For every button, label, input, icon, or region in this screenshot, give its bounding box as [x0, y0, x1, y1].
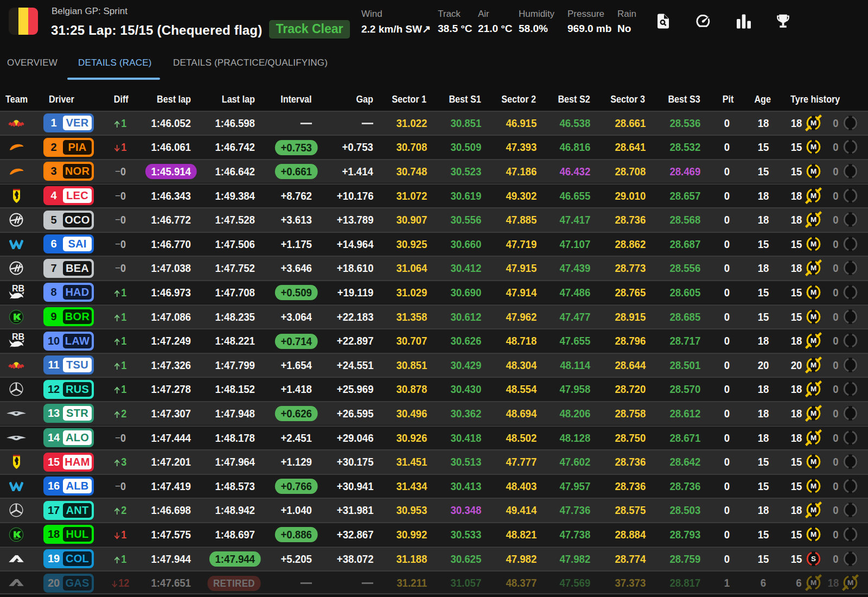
svg-text:M: M [810, 336, 816, 345]
svg-text:M: M [810, 313, 816, 321]
svg-text:M: M [810, 506, 816, 515]
svg-text:M: M [810, 482, 816, 490]
svg-text:M: M [810, 409, 816, 417]
svg-text:M: M [810, 240, 816, 248]
svg-text:M: M [847, 579, 853, 587]
svg-text:M: M [810, 167, 816, 175]
svg-text:RB: RB [12, 332, 24, 341]
svg-text:M: M [810, 143, 816, 151]
svg-text:M: M [810, 458, 816, 466]
svg-text:M: M [810, 264, 816, 272]
svg-text:M: M [810, 119, 816, 127]
svg-text:M: M [810, 288, 816, 296]
svg-text:M: M [810, 530, 816, 538]
svg-text:M: M [810, 579, 816, 587]
svg-text:S: S [811, 555, 816, 563]
svg-text:M: M [810, 385, 816, 393]
svg-text:M: M [810, 434, 816, 442]
svg-text:M: M [810, 361, 816, 369]
svg-text:M: M [810, 192, 816, 200]
svg-text:RB: RB [12, 284, 24, 293]
svg-text:M: M [810, 215, 816, 224]
